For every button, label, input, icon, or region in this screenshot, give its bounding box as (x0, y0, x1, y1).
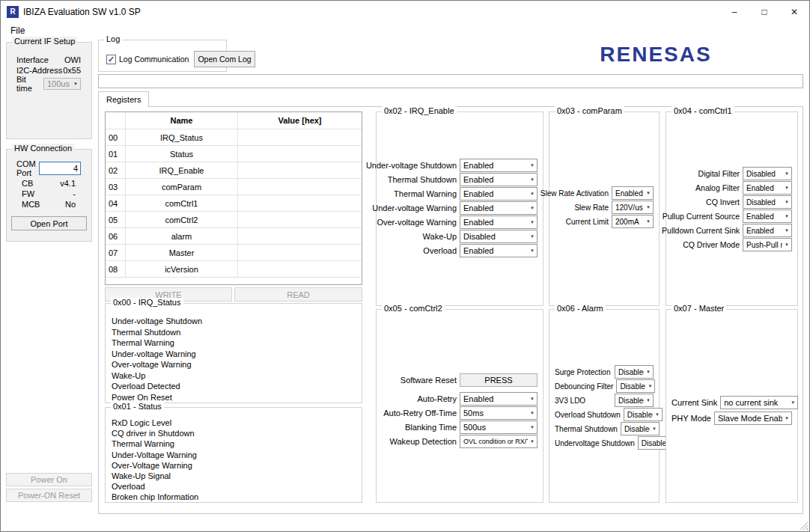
open-com-log-button[interactable]: Open Com Log (194, 51, 255, 67)
surge-protection-select[interactable]: Disabled ▼ (615, 365, 654, 379)
overload-shutdown-select[interactable]: Disabled ▼ (624, 408, 663, 421)
hw-connection-group: HW Connection COM Port CB v4.1 FW - MCB … (6, 149, 92, 242)
row-header[interactable]: 07 (106, 245, 126, 260)
register-value-cell[interactable] (238, 129, 362, 145)
power-on-label: Power On (31, 475, 67, 484)
field-label: Wakeup Detection (390, 437, 457, 446)
com-port-input[interactable] (39, 162, 81, 175)
alarm-thermal-shutdown-select[interactable]: Disabled ▼ (621, 422, 660, 435)
current-sink-select[interactable]: no current sink ▼ (720, 396, 798, 409)
row-header[interactable]: 08 (106, 261, 126, 277)
power-on-reset-button[interactable]: Power-ON Reset (6, 489, 92, 502)
status-item: Power On Reset (112, 392, 362, 403)
under-voltage-shutdown-select[interactable]: Enabled ▼ (460, 159, 538, 172)
overload-select[interactable]: Enabled ▼ (460, 244, 538, 257)
chevron-down-icon: ▼ (655, 412, 660, 417)
status-item: Thermal Warning (112, 337, 362, 349)
log-communication-label: Log Communication (119, 55, 189, 64)
close-icon[interactable]: ✕ (779, 1, 809, 22)
status-item: Under-voltage Shutdown (112, 316, 362, 327)
auto-retry-select[interactable]: Enabled ▼ (460, 392, 538, 406)
chevron-down-icon: ▼ (530, 397, 535, 401)
log-communication-checkbox[interactable]: ✓ (106, 55, 116, 64)
open-com-log-label: Open Com Log (198, 55, 251, 64)
open-port-button[interactable]: Open Port (11, 216, 87, 230)
chevron-down-icon: ▼ (785, 242, 789, 247)
maximize-icon[interactable]: □ (749, 1, 779, 22)
chevron-down-icon: ▼ (530, 220, 535, 224)
row-header[interactable]: 05 (106, 212, 126, 227)
row-header[interactable]: 06 (106, 228, 126, 244)
debouncing-filter-select[interactable]: Disabled ▼ (616, 379, 655, 393)
field-label: Undervoltage Shutdown (555, 439, 635, 447)
chevron-down-icon: ▼ (785, 186, 789, 190)
chevron-down-icon: ▼ (785, 171, 789, 176)
row-header[interactable]: 03 (106, 179, 126, 195)
comparam-group: 0x03 - comParam Slew Rate Activation Ena… (549, 111, 660, 306)
row-header[interactable]: 02 (106, 162, 126, 178)
analog-filter-select[interactable]: Enabled ▼ (743, 181, 792, 195)
cq-invert-select[interactable]: Disabled ▼ (743, 195, 792, 209)
software-reset-press-button[interactable]: PRESS (460, 373, 538, 387)
bit-time-select[interactable]: 100us ▼ (43, 78, 81, 90)
field-row: Debouncing Filter Disabled ▼ (549, 379, 659, 393)
register-value-cell[interactable] (238, 228, 362, 244)
column-header-name: Name (126, 112, 238, 129)
current-if-setup-group: Current IF Setup Interface OWI I2C-Addre… (6, 42, 92, 139)
cq-driver-mode-select[interactable]: Push-Pull mode ▼ (743, 238, 792, 251)
status-item: Under-Voltage Warning (112, 450, 362, 460)
status-item: Thermal Shutdown (112, 327, 362, 338)
register-value-cell[interactable] (238, 179, 362, 195)
register-value-cell[interactable] (238, 261, 362, 277)
wake-up-select[interactable]: Disabled ▼ (460, 230, 538, 243)
row-header[interactable]: 01 (106, 146, 126, 162)
tab-registers[interactable]: Registers (98, 91, 149, 107)
under-voltage-warning-select[interactable]: Enabled ▼ (460, 201, 538, 215)
status-item: Wake-Up (112, 370, 362, 382)
field-label: Slew Rate (574, 204, 609, 212)
register-value-cell[interactable] (238, 195, 362, 211)
slew-rate-select[interactable]: 120V/us ▼ (612, 201, 654, 214)
read-button[interactable]: READ (234, 287, 362, 302)
status-textbox[interactable] (98, 74, 803, 88)
chevron-down-icon: ▼ (646, 370, 651, 374)
register-name-cell: IRQ_Enable (126, 162, 238, 178)
field-row: Pulldown Current Sink Enabled ▼ (666, 224, 797, 237)
pullup-current-source-select[interactable]: Enabled ▼ (743, 210, 792, 223)
register-value-cell[interactable] (238, 162, 362, 178)
table-row: 07 Master (106, 245, 362, 261)
thermal-shutdown-select[interactable]: Enabled ▼ (460, 173, 538, 186)
power-on-button[interactable]: Power On (6, 473, 92, 486)
digital-filter-select[interactable]: Disabled ▼ (743, 167, 792, 180)
blanking-time-select[interactable]: 500us ▼ (460, 421, 538, 434)
group-title: 0x00 - IRQ_Status (111, 298, 183, 307)
register-value-cell[interactable] (238, 212, 362, 227)
minimize-icon[interactable]: – (719, 1, 749, 22)
row-header[interactable]: 00 (106, 129, 126, 145)
chevron-down-icon: ▼ (530, 411, 535, 415)
resize-grip[interactable] (800, 522, 808, 530)
register-value-cell[interactable] (238, 146, 362, 162)
phy-mode-select[interactable]: Slave Mode Enabled ▼ (714, 412, 792, 425)
chevron-down-icon: ▼ (785, 416, 789, 421)
field-label: CQ Driver Mode (683, 240, 740, 249)
field-row: Auto-Retry Enabled ▼ (377, 392, 543, 406)
row-header[interactable]: 04 (106, 195, 126, 211)
3v3-ldo-select[interactable]: Disabled ▼ (615, 394, 654, 407)
field-label: Wake-Up (423, 232, 457, 241)
i2c-address-row: I2C-Address 0x55 (7, 65, 91, 76)
interface-value: OWI (64, 55, 81, 64)
register-value-cell[interactable] (238, 245, 362, 260)
cb-row: CB v4.1 (7, 178, 91, 189)
wakeup-detection-select[interactable]: OVL condition or RX/TX mismatch ▼ (460, 435, 538, 448)
field-row: Undervoltage Shutdown Disabled ▼ (549, 436, 659, 450)
field-row: Slew Rate Activation Enabled ▼ (549, 186, 659, 200)
pulldown-current-sink-select[interactable]: Enabled ▼ (743, 224, 792, 237)
thermal-warning-select[interactable]: Enabled ▼ (460, 187, 538, 201)
over-voltage-warning-select[interactable]: Enabled ▼ (460, 215, 538, 229)
slew-rate-activation-select[interactable]: Enabled ▼ (612, 186, 654, 200)
auto-retry-off-time-select[interactable]: 50ms ▼ (460, 406, 538, 420)
current-limit-select[interactable]: 200mA ▼ (612, 215, 654, 228)
menu-file[interactable]: File (5, 24, 30, 37)
mcb-value: No (65, 200, 81, 209)
